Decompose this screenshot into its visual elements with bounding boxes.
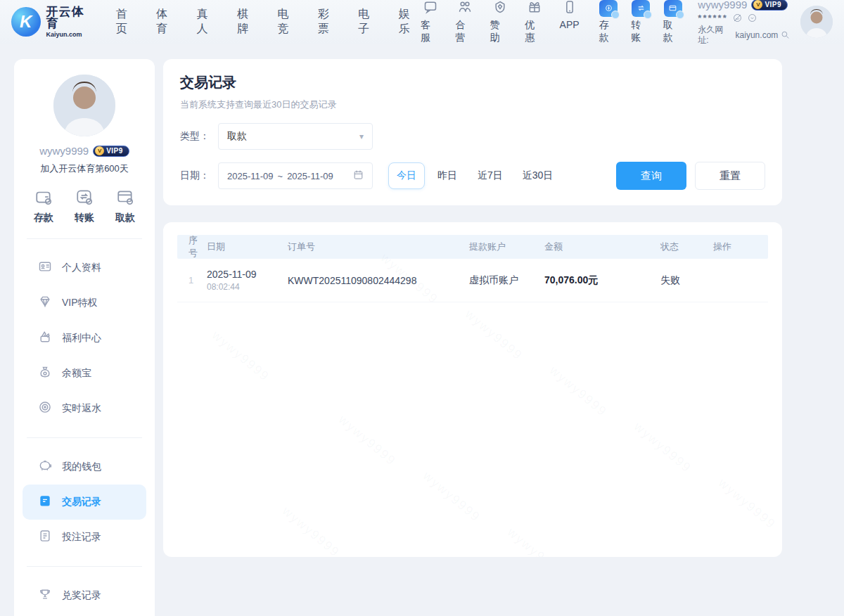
results-card: 序号 日期 订单号 提款账户 金额 状态 操作 12025-11-0908:02…: [163, 222, 782, 557]
profile-vip-level: VIP9: [106, 147, 123, 155]
sidebar-item-rebate[interactable]: 实时返水: [23, 391, 146, 426]
sidebar-deposit-button[interactable]: 存款: [32, 188, 55, 224]
transfer-icon: [632, 0, 650, 17]
withdraw-icon: [664, 0, 682, 17]
sidebar-item-messages[interactable]: 消息中心 99+: [23, 613, 146, 616]
type-select[interactable]: 取款 ▾: [218, 123, 373, 150]
profile-block: wywy9999 V VIP9 加入开云体育第600天 存款 转账: [23, 75, 146, 227]
piggy-bank-icon: [38, 458, 52, 475]
sponsor-icon: [493, 0, 507, 17]
transfer-label: 转账: [631, 19, 651, 44]
chevron-down-circle-icon[interactable]: [747, 13, 757, 23]
withdraw-button[interactable]: 取款: [663, 0, 683, 44]
permanent-url-label: 永久网址:: [698, 25, 733, 45]
withdraw-label: 取款: [663, 19, 683, 44]
nav-live[interactable]: 真人: [197, 7, 219, 37]
quick-range-group: 今日 昨日 近7日 近30日: [388, 162, 561, 189]
nav-sports[interactable]: 体育: [156, 7, 178, 37]
brand-domain: Kaiyun.com: [46, 32, 96, 38]
profile-avatar[interactable]: [53, 75, 115, 136]
user-avatar[interactable]: [800, 6, 833, 38]
search-icon[interactable]: [780, 30, 791, 40]
app-label: APP: [560, 19, 580, 30]
sidebar-item-transactions[interactable]: 交易记录: [23, 485, 146, 520]
sidebar-item-bets[interactable]: 投注记录: [23, 520, 146, 555]
sidebar-item-vip[interactable]: VIP特权: [23, 285, 146, 321]
service-label: 客服: [421, 19, 440, 44]
vip-badge: V VIP9: [751, 0, 788, 11]
col-order-no: 订单号: [288, 240, 469, 253]
watermark-text: wywy9999: [462, 307, 525, 363]
sponsor-link[interactable]: 赞助: [490, 0, 509, 44]
cell-order-no: KWWT202511090802444298: [288, 275, 469, 286]
range-today-button[interactable]: 今日: [388, 162, 425, 189]
sidebar-item-welfare[interactable]: 福利中心: [23, 321, 146, 356]
filter-buttons: 查询 重置: [616, 162, 765, 190]
watermark-text: wywy9999: [335, 412, 399, 468]
profile-vip-medal-icon: V: [95, 146, 104, 155]
type-label: 类型：: [180, 130, 218, 143]
nav-entertainment[interactable]: 娱乐: [399, 7, 421, 37]
profile-vip-badge: V VIP9: [93, 146, 129, 157]
search-button[interactable]: 查询: [616, 162, 686, 190]
sidebar-item-profile[interactable]: 个人资料: [23, 250, 146, 285]
partners-link[interactable]: 合营: [455, 0, 474, 44]
sidebar-item-yuebao[interactable]: 余额宝: [23, 356, 146, 391]
main-content: 交易记录 当前系统支持查询最近30日的交易记录 类型： 取款 ▾ 日期： 202…: [163, 59, 782, 557]
watermark-text: wywy9999: [631, 419, 694, 475]
range-7days-button[interactable]: 近7日: [470, 162, 511, 189]
nav-poker[interactable]: 棋牌: [237, 7, 259, 37]
partners-label: 合营: [455, 19, 474, 44]
promo-label: 优惠: [525, 19, 544, 44]
chat-icon: [423, 0, 437, 17]
date-range-input[interactable]: 2025-11-09 ~ 2025-11-09: [218, 162, 373, 189]
user-info-panel: wywy9999 V VIP9 ****** 永久网址: kaiyun.com: [698, 0, 791, 45]
date-separator: ~: [278, 171, 283, 181]
phone-icon: [563, 0, 577, 17]
header-quick-links: 客服 合营 赞助 优惠 APP: [421, 0, 580, 44]
reset-button[interactable]: 重置: [695, 162, 765, 190]
brand-name: 开云体育: [46, 6, 96, 30]
sidebar-item-wallet[interactable]: 我的钱包: [23, 449, 146, 485]
watermark-text: wywy9999: [420, 468, 483, 525]
gem-icon: [38, 295, 52, 312]
col-status: 状态: [660, 240, 713, 253]
nav-esports[interactable]: 电竞: [277, 7, 299, 37]
sidebar-divider: [27, 437, 142, 438]
nav-slots[interactable]: 电子: [358, 7, 380, 37]
partners-icon: [458, 0, 472, 17]
type-filter-row: 类型： 取款 ▾: [180, 123, 765, 150]
date-filter-row: 日期： 2025-11-09 ~ 2025-11-09 今日 昨日 近7日 近3…: [180, 162, 765, 190]
permanent-url: kaiyun.com: [736, 30, 779, 40]
bank-card-icon: [114, 188, 136, 207]
cell-index: 1: [177, 275, 207, 285]
date-end: 2025-11-09: [287, 171, 333, 181]
cell-date: 2025-11-0908:02:44: [207, 269, 288, 292]
transaction-record-icon: [38, 494, 52, 511]
promo-link[interactable]: 优惠: [525, 0, 544, 44]
deposit-icon: [599, 0, 618, 17]
profile-quick-actions: 存款 转账 取款: [23, 175, 146, 227]
sidebar-item-prizes[interactable]: 兑奖记录: [23, 578, 146, 613]
watermark-text: wywy9999: [715, 475, 779, 532]
brand-logo[interactable]: K 开云体育 Kaiyun.com: [11, 6, 96, 38]
transfer-button[interactable]: 转账: [631, 0, 651, 44]
range-30days-button[interactable]: 近30日: [515, 162, 561, 189]
id-card-icon: [38, 259, 52, 276]
nav-lottery[interactable]: 彩票: [318, 7, 340, 37]
deposit-button[interactable]: 存款: [599, 0, 619, 44]
range-yesterday-button[interactable]: 昨日: [429, 162, 466, 189]
app-link[interactable]: APP: [560, 0, 580, 44]
sidebar-divider: [27, 566, 142, 567]
service-link[interactable]: 客服: [421, 0, 440, 44]
date-label: 日期：: [180, 169, 218, 182]
sidebar-withdraw-button[interactable]: 取款: [114, 188, 136, 224]
sidebar-transfer-button[interactable]: 转账: [73, 188, 96, 224]
welfare-gift-icon: [38, 330, 52, 347]
page-title: 交易记录: [180, 73, 765, 92]
sponsor-label: 赞助: [490, 19, 509, 44]
col-amount: 金额: [544, 240, 660, 253]
cell-status: 失败: [660, 274, 713, 287]
eye-off-icon[interactable]: [732, 13, 743, 23]
nav-home[interactable]: 首页: [116, 7, 138, 37]
